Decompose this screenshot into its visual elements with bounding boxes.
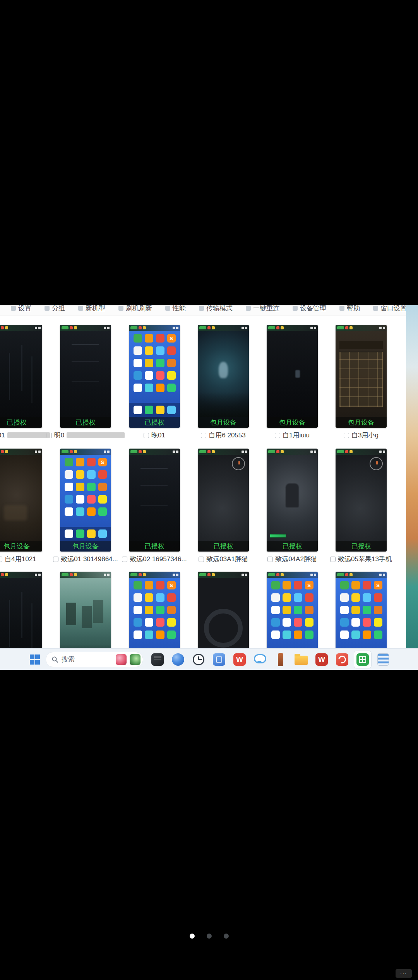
mini-icon: [242, 574, 244, 576]
connection-badge: [130, 326, 137, 329]
app-icon: [363, 581, 371, 589]
device-screen-thumbnail[interactable]: [60, 572, 111, 648]
toolbar-item[interactable]: 传输模式: [199, 305, 233, 313]
app-icon: [145, 581, 153, 589]
thumb-status-strip: [198, 572, 249, 578]
device-screen-thumbnail[interactable]: S: [129, 572, 180, 648]
device-checkbox[interactable]: [267, 557, 273, 562]
carousel-dot[interactable]: [224, 934, 229, 939]
thumb-corner-icons: [173, 451, 178, 453]
messenger-icon[interactable]: [251, 651, 269, 668]
device-screen-thumbnail[interactable]: [198, 572, 249, 648]
device-screen-thumbnail[interactable]: S包月设备: [60, 449, 111, 552]
toolbar-item[interactable]: 一键重连: [246, 305, 279, 313]
device-screen-thumbnail[interactable]: 已授权: [198, 449, 249, 552]
device-screen-thumbnail[interactable]: 包月设备: [0, 449, 42, 552]
file-explorer-icon[interactable]: [292, 651, 310, 668]
toolbar-item[interactable]: 新机型: [78, 305, 105, 313]
device-checkbox[interactable]: [275, 433, 280, 438]
app-icon: [156, 593, 164, 602]
connection-badge: [62, 326, 69, 329]
spreadsheet-app-icon: [356, 653, 369, 666]
device-card: 已授权致远02 16957346...: [129, 449, 180, 564]
toolbar-item[interactable]: 设备管理: [293, 305, 326, 313]
dock-app-icon: [76, 529, 84, 538]
app-icon: [167, 371, 176, 380]
device-screen-thumbnail[interactable]: 已授权: [129, 449, 180, 552]
notes-app-icon: [377, 653, 389, 666]
device-screen-thumbnail[interactable]: 包月设备: [267, 325, 318, 428]
device-screen-thumbnail[interactable]: 包月设备: [198, 325, 249, 428]
app-icon: [294, 618, 302, 627]
mini-icon: [383, 451, 385, 453]
carousel-dot[interactable]: [207, 934, 212, 939]
device-name-row: 致远04A2胖猫: [267, 555, 318, 564]
taskbar-search[interactable]: 搜索: [46, 652, 143, 667]
dock-app-icon: [145, 406, 153, 414]
mini-icon: [314, 451, 316, 453]
device-screen-thumbnail[interactable]: [0, 572, 42, 648]
browser-icon[interactable]: [169, 651, 187, 668]
device-card: 包月设备自3用小g: [336, 325, 387, 440]
spreadsheet-app-icon[interactable]: [354, 651, 372, 668]
device-checkbox[interactable]: [122, 557, 127, 562]
record-indicator: [139, 450, 142, 453]
toolbar-item[interactable]: 分组: [45, 305, 65, 313]
alarm-clock-icon[interactable]: [190, 651, 207, 668]
toolbar-item[interactable]: 帮助: [339, 305, 360, 313]
warning-indicator: [349, 450, 353, 453]
app-icon: [134, 359, 142, 367]
toolbar-item[interactable]: 设置: [11, 305, 31, 313]
connection-badge: [130, 450, 137, 453]
device-screen-thumbnail[interactable]: 已授权: [336, 449, 387, 552]
device-checkbox[interactable]: [0, 557, 2, 562]
thumb-corner-icons: [35, 327, 41, 329]
device-screen-thumbnail[interactable]: 已授权: [60, 325, 111, 428]
mini-icon: [176, 574, 178, 576]
device-screen-thumbnail[interactable]: 已授权: [267, 449, 318, 552]
device-screen-thumbnail[interactable]: S已授权: [129, 325, 180, 428]
app-icon: [167, 359, 176, 367]
device-card: S: [267, 572, 318, 648]
device-screen-thumbnail[interactable]: S: [336, 572, 387, 648]
search-highlight-image[interactable]: [116, 654, 127, 665]
stamp-app-icon[interactable]: [272, 651, 290, 668]
carousel-dots: [0, 934, 418, 939]
device-screen-thumbnail[interactable]: 包月设备: [336, 325, 387, 428]
device-checkbox[interactable]: [344, 433, 349, 438]
device-checkbox[interactable]: [144, 433, 149, 438]
toolbar-item[interactable]: 窗口设置: [373, 305, 406, 313]
app-icon: [305, 630, 314, 639]
device-screen-thumbnail[interactable]: 已授权: [0, 325, 42, 428]
app-icon: [271, 618, 280, 627]
device-checkbox[interactable]: [201, 433, 206, 438]
device-status-band: 已授权: [129, 417, 180, 428]
device-checkbox[interactable]: [330, 557, 336, 562]
search-highlight-image[interactable]: [130, 654, 140, 665]
device-checkbox[interactable]: [199, 557, 204, 562]
remote-control-app-icon[interactable]: [210, 651, 228, 668]
record-indicator: [345, 573, 348, 576]
wps-office-icon[interactable]: W: [231, 651, 248, 668]
device-name-row: 明0: [60, 431, 111, 440]
toolbar-item[interactable]: 性能: [165, 305, 186, 313]
start-button[interactable]: [27, 652, 43, 667]
mini-icon: [107, 574, 110, 576]
mini-icon: [383, 327, 385, 329]
device-name: 致远05苹果13手机: [338, 555, 392, 564]
red-app-icon[interactable]: [333, 651, 351, 668]
word-app-icon[interactable]: W: [313, 651, 331, 668]
carousel-dot[interactable]: [190, 934, 195, 939]
toolbar-item[interactable]: 刷机刷新: [118, 305, 152, 313]
app-icon: [145, 618, 153, 627]
app-icon: [305, 593, 314, 602]
terminal-app-icon[interactable]: [149, 651, 166, 668]
app-icon: S: [305, 581, 314, 589]
mini-icon: [173, 327, 175, 329]
device-checkbox[interactable]: [53, 557, 58, 562]
app-icon: [283, 630, 291, 639]
device-status-label: 包月设备: [279, 418, 305, 427]
notes-app-icon[interactable]: [374, 651, 392, 668]
mini-icon: [379, 327, 382, 329]
device-screen-thumbnail[interactable]: S: [267, 572, 318, 648]
